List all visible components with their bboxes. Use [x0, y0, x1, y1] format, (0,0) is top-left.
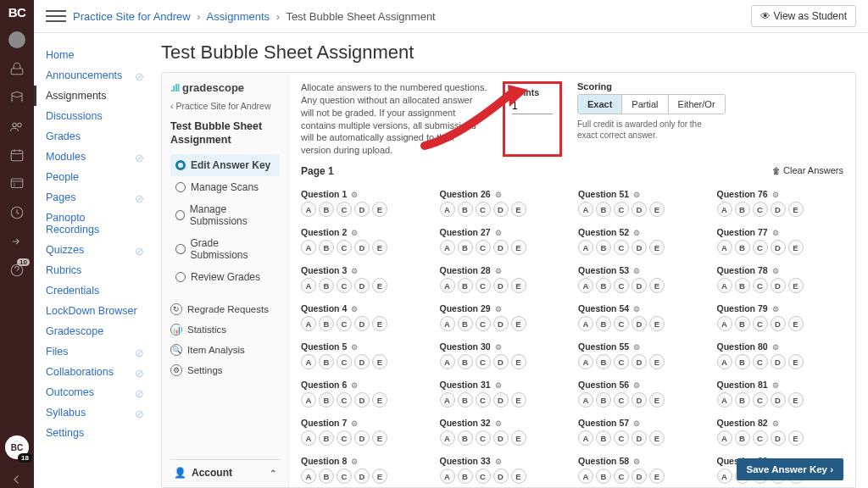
bubble-option[interactable]: D [354, 278, 370, 293]
bubble-option[interactable]: D [771, 354, 786, 369]
bubble-option[interactable]: D [632, 202, 647, 217]
bubble-option[interactable]: D [632, 392, 647, 408]
bubble-option[interactable]: B [735, 354, 750, 369]
view-as-student-button[interactable]: 👁 View as Student [751, 5, 856, 27]
gear-icon[interactable]: ⚙ [495, 381, 502, 390]
bubble-option[interactable]: B [735, 392, 750, 408]
bubble-option[interactable]: C [753, 240, 768, 255]
bubble-option[interactable]: A [301, 278, 316, 293]
coursenav-item[interactable]: Gradescope [34, 321, 153, 341]
bubble-option[interactable]: E [511, 278, 526, 293]
bubble-option[interactable]: C [476, 430, 491, 446]
bubble-option[interactable]: C [614, 278, 629, 293]
gear-icon[interactable]: ⚙ [351, 191, 358, 199]
bubble-option[interactable]: D [354, 430, 370, 446]
coursenav-item[interactable]: Quizzes⊘ [34, 240, 153, 260]
bubble-option[interactable]: C [614, 240, 629, 255]
bubble-option[interactable]: C [476, 392, 491, 408]
bubble-option[interactable]: C [753, 430, 768, 446]
bubble-option[interactable]: A [301, 469, 316, 484]
bubble-option[interactable]: B [458, 316, 473, 331]
gs-tool-link[interactable]: ↻Regrade Requests [170, 303, 280, 315]
bubble-option[interactable]: B [319, 202, 334, 217]
courses-icon[interactable] [8, 89, 25, 106]
bubble-option[interactable]: E [511, 469, 526, 484]
bubble-option[interactable]: B [319, 240, 334, 255]
bubble-option[interactable]: D [493, 278, 509, 293]
bubble-option[interactable]: D [632, 354, 647, 369]
gear-icon[interactable]: ⚙ [351, 419, 358, 428]
bubble-option[interactable]: E [649, 430, 665, 446]
bubble-option[interactable]: B [735, 430, 750, 446]
left-arrow-icon[interactable] [8, 471, 25, 488]
bubble-option[interactable]: B [596, 278, 611, 293]
gear-icon[interactable]: ⚙ [633, 229, 640, 237]
bubble-option[interactable]: B [596, 202, 611, 217]
bubble-option[interactable]: E [649, 354, 665, 369]
bubble-option[interactable]: E [372, 278, 387, 293]
hamburger-icon[interactable] [46, 6, 66, 26]
account-toggle[interactable]: 👤 Account ⌃ [170, 459, 280, 479]
bubble-option[interactable]: E [649, 240, 665, 255]
bubble-option[interactable]: C [337, 202, 352, 217]
workflow-step[interactable]: Manage Scans [170, 176, 280, 198]
bubble-option[interactable]: B [458, 392, 473, 408]
coursenav-item[interactable]: LockDown Browser [34, 301, 153, 321]
bubble-option[interactable]: A [578, 202, 593, 217]
coursenav-item[interactable]: Rubrics [34, 260, 153, 280]
bubble-option[interactable]: A [717, 469, 732, 484]
bubble-option[interactable]: A [440, 354, 455, 369]
bubble-option[interactable]: A [717, 354, 732, 369]
bubble-option[interactable]: C [753, 392, 768, 408]
bubble-option[interactable]: C [476, 316, 491, 331]
gear-icon[interactable]: ⚙ [772, 381, 779, 390]
bubble-option[interactable]: C [337, 354, 352, 369]
bubble-option[interactable]: E [788, 430, 804, 446]
coursenav-item[interactable]: Modules⊘ [34, 147, 153, 167]
bubble-option[interactable]: C [614, 354, 629, 369]
gear-icon[interactable]: ⚙ [351, 343, 358, 352]
bubble-option[interactable]: A [301, 392, 316, 408]
workflow-step[interactable]: Review Grades [170, 266, 280, 288]
crumb-course[interactable]: Practice Site for Andrew [73, 10, 191, 23]
bubble-option[interactable]: A [440, 430, 455, 446]
coursenav-item[interactable]: Pages⊘ [34, 187, 153, 208]
bubble-option[interactable]: C [753, 316, 768, 331]
bubble-option[interactable]: C [476, 354, 491, 369]
bubble-option[interactable]: D [354, 316, 370, 331]
bubble-option[interactable]: C [476, 469, 491, 484]
bubble-option[interactable]: D [493, 392, 509, 408]
bubble-option[interactable]: E [372, 202, 387, 217]
bubble-option[interactable]: A [301, 316, 316, 331]
bubble-option[interactable]: B [596, 316, 611, 331]
bubble-option[interactable]: E [372, 469, 387, 484]
gradescope-back-link[interactable]: ‹ Practice Site for Andrew [170, 101, 280, 111]
gear-icon[interactable]: ⚙ [772, 419, 779, 428]
bubble-option[interactable]: B [735, 278, 750, 293]
gear-icon[interactable]: ⚙ [495, 305, 502, 313]
bubble-option[interactable]: D [632, 316, 647, 331]
bubble-option[interactable]: B [735, 202, 750, 217]
bubble-option[interactable]: B [319, 392, 334, 408]
gs-tool-link[interactable]: 🔍Item Analysis [170, 344, 280, 356]
bubble-option[interactable]: B [458, 240, 473, 255]
bubble-option[interactable]: E [788, 354, 804, 369]
coursenav-item[interactable]: Outcomes⊘ [34, 382, 153, 402]
bubble-option[interactable]: D [771, 430, 786, 446]
workflow-step[interactable]: Grade Submissions [170, 232, 280, 266]
bubble-option[interactable]: B [596, 354, 611, 369]
coursenav-item[interactable]: Assignments [34, 86, 153, 106]
bubble-option[interactable]: A [578, 278, 593, 293]
bubble-option[interactable]: D [493, 354, 509, 369]
commons-icon[interactable] [8, 233, 25, 250]
scoring-option[interactable]: Either/Or [668, 95, 725, 114]
bubble-option[interactable]: D [354, 469, 370, 484]
bubble-option[interactable]: E [372, 354, 387, 369]
bubble-option[interactable]: E [372, 240, 387, 255]
bubble-option[interactable]: D [632, 278, 647, 293]
bubble-option[interactable]: E [511, 392, 526, 408]
bubble-option[interactable]: A [717, 430, 732, 446]
scoring-option[interactable]: Partial [621, 95, 667, 114]
gear-icon[interactable]: ⚙ [772, 305, 779, 313]
bubble-option[interactable]: B [735, 316, 750, 331]
